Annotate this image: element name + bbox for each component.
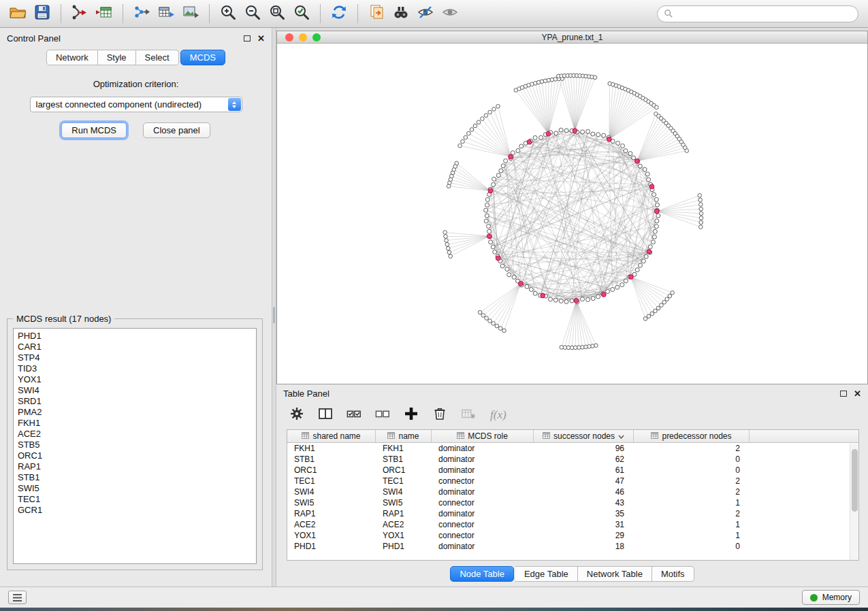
network-node[interactable]	[668, 294, 672, 298]
network-node[interactable]	[638, 164, 642, 168]
search-input[interactable]	[677, 8, 852, 19]
network-node[interactable]	[643, 317, 647, 321]
dominator-node[interactable]	[574, 298, 579, 303]
table-row[interactable]: FKH1FKH1dominator962	[287, 443, 858, 454]
dominator-node[interactable]	[509, 154, 513, 159]
network-node[interactable]	[639, 263, 643, 267]
table-row[interactable]: TEC1TEC1connector472	[287, 476, 858, 486]
column-header-name[interactable]: name	[376, 430, 432, 442]
network-node[interactable]	[650, 312, 654, 316]
network-node[interactable]	[655, 219, 659, 223]
network-node[interactable]	[699, 225, 703, 229]
network-node[interactable]	[581, 130, 585, 134]
network-node[interactable]	[624, 149, 628, 153]
optimization-criterion-select[interactable]: largest connected component (undirected)	[30, 97, 242, 112]
minimize-window-button[interactable]	[299, 33, 307, 42]
tab-node-table[interactable]: Node Table	[450, 566, 514, 582]
network-node[interactable]	[628, 152, 632, 156]
network-node[interactable]	[591, 132, 595, 136]
network-node[interactable]	[501, 164, 505, 168]
network-node[interactable]	[470, 128, 474, 132]
network-node[interactable]	[564, 129, 568, 133]
dominator-node[interactable]	[546, 131, 551, 136]
close-panel-icon[interactable]: ✕	[257, 34, 265, 43]
network-node[interactable]	[478, 310, 482, 314]
close-table-panel-icon[interactable]: ✕	[854, 389, 861, 398]
network-node[interactable]	[647, 314, 651, 318]
import-network-button[interactable]	[67, 3, 92, 24]
network-node[interactable]	[671, 291, 675, 295]
network-node[interactable]	[654, 225, 658, 229]
network-node[interactable]	[656, 203, 660, 207]
table-row[interactable]: PHD1PHD1dominator180	[287, 541, 858, 552]
network-node[interactable]	[596, 295, 600, 299]
network-node[interactable]	[498, 327, 502, 331]
columns-button[interactable]	[316, 406, 335, 425]
tab-edge-table[interactable]: Edge Table	[515, 566, 578, 582]
mcds-result-item[interactable]: STB5	[18, 440, 252, 450]
tab-style[interactable]: Style	[98, 50, 136, 65]
network-node[interactable]	[586, 297, 590, 301]
network-node[interactable]	[699, 212, 703, 216]
export-image-button[interactable]	[178, 3, 203, 24]
network-node[interactable]	[655, 105, 659, 110]
network-node[interactable]	[485, 197, 489, 201]
network-node[interactable]	[467, 131, 471, 135]
network-node[interactable]	[488, 319, 492, 323]
network-node[interactable]	[652, 193, 656, 197]
table-row[interactable]: SWI5SWI5connector431	[287, 497, 858, 508]
mcds-result-item[interactable]: ORC1	[18, 450, 252, 461]
network-node[interactable]	[529, 288, 533, 292]
table-row[interactable]: SWI4SWI4dominator462	[287, 486, 858, 497]
table-scrollbar-thumb[interactable]	[852, 449, 858, 512]
network-node[interactable]	[447, 250, 451, 254]
dominator-node[interactable]	[487, 234, 492, 239]
import-table-button[interactable]	[92, 3, 116, 24]
network-node[interactable]	[504, 159, 508, 163]
network-node[interactable]	[502, 329, 507, 333]
show-all-button[interactable]	[438, 3, 462, 24]
tab-network-table[interactable]: Network Table	[578, 566, 652, 582]
network-node[interactable]	[496, 174, 500, 178]
network-node[interactable]	[519, 144, 524, 148]
network-node[interactable]	[606, 290, 610, 294]
network-node[interactable]	[564, 299, 568, 303]
close-panel-button[interactable]: Close panel	[143, 122, 210, 138]
network-node[interactable]	[512, 275, 516, 279]
dominator-node[interactable]	[518, 281, 523, 286]
network-node[interactable]	[652, 235, 656, 239]
dominator-node[interactable]	[649, 184, 654, 189]
network-node[interactable]	[492, 182, 496, 186]
zoom-out-button[interactable]	[240, 3, 265, 24]
mcds-result-item[interactable]: TEC1	[18, 494, 252, 505]
network-node[interactable]	[484, 114, 488, 118]
zoom-in-button[interactable]	[216, 3, 240, 24]
dominator-node[interactable]	[647, 249, 652, 254]
network-node[interactable]	[660, 303, 664, 308]
network-node[interactable]	[698, 194, 702, 198]
network-node[interactable]	[533, 135, 537, 139]
dominator-node[interactable]	[527, 139, 532, 144]
run-mcds-button[interactable]: Run MCDS	[61, 122, 127, 138]
column-header-MCDS-role[interactable]: MCDS role	[432, 430, 534, 442]
network-node[interactable]	[488, 110, 492, 114]
network-node[interactable]	[539, 135, 543, 139]
network-node[interactable]	[699, 203, 703, 207]
table-row[interactable]: ORC1ORC1dominator610	[287, 465, 858, 476]
network-node[interactable]	[495, 324, 499, 328]
mcds-result-item[interactable]: ACE2	[18, 429, 252, 440]
network-node[interactable]	[485, 214, 489, 218]
network-node[interactable]	[443, 231, 447, 235]
mcds-result-item[interactable]: SWI4	[18, 385, 252, 396]
network-node[interactable]	[645, 172, 649, 176]
network-node[interactable]	[699, 207, 703, 211]
network-node[interactable]	[485, 203, 489, 207]
dominator-node[interactable]	[628, 275, 633, 280]
column-header-shared-name[interactable]: shared name	[287, 430, 376, 442]
network-node[interactable]	[560, 346, 564, 350]
settings-button[interactable]	[287, 406, 306, 425]
network-node[interactable]	[624, 279, 628, 283]
network-node[interactable]	[611, 288, 615, 292]
splitter-handle-icon[interactable]	[273, 307, 275, 323]
table-scrollbar[interactable]	[850, 444, 858, 560]
